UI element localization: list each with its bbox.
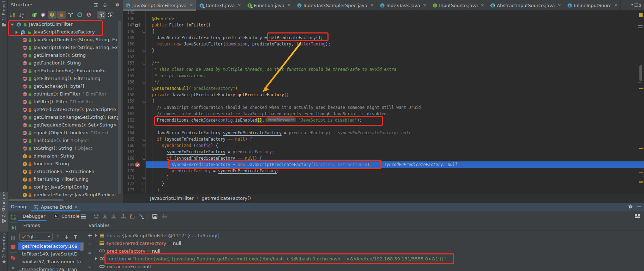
layout-settings-icon[interactable] [161, 213, 167, 219]
sidebar-item-structure[interactable]: Z: Structure [0, 192, 8, 232]
tree-item[interactable]: mgetCacheKey(): byte[] [8, 83, 125, 91]
sort-by-visibility-icon[interactable] [8, 11, 17, 19]
hide-icon[interactable] [637, 207, 641, 207]
fold-end-icon[interactable] [143, 189, 145, 191]
editor-tab[interactable]: cIndexTask.java✕ [377, 0, 429, 11]
show-properties-icon[interactable]: p [39, 11, 48, 19]
rerun-icon[interactable] [10, 214, 16, 220]
drop-frame-icon[interactable] [129, 213, 135, 219]
frame-down-icon[interactable] [64, 234, 70, 240]
fold-start-icon[interactable] [143, 100, 145, 103]
show-fields-icon[interactable]: f [48, 11, 56, 19]
run-to-cursor-icon[interactable] [139, 213, 145, 219]
fold-start-icon[interactable] [143, 157, 145, 160]
frames-variables-splitter[interactable] [84, 221, 84, 271]
editor-tab[interactable]: IInputSource.java✕ [429, 0, 487, 11]
editor-tab[interactable]: IFunction.java✕ [244, 0, 294, 11]
frames-hscrollbar[interactable] [19, 270, 38, 271]
tree-item[interactable]: moptimize(): DimFilter ↑DimFilter [8, 91, 125, 98]
sidebar-item-project[interactable]: 1: Project [0, 1, 8, 44]
step-out-icon[interactable] [120, 213, 126, 219]
tree-item[interactable]: ffilterTuning: FilterTuning [8, 176, 125, 184]
sidebar-item-favorites[interactable]: 2: Favorites [0, 233, 8, 270]
layout-icon[interactable] [634, 213, 640, 219]
fold-start-icon[interactable] [143, 144, 145, 147]
hidden-tabs-dropdown[interactable]: 3 [631, 2, 641, 8]
tree-item[interactable]: mgetDimension(): String [8, 52, 125, 60]
sort-alphabetically-icon[interactable]: az [17, 11, 26, 19]
tree-item[interactable]: mtoString(): String ↑Object [8, 145, 125, 153]
chevron-collapsed-icon[interactable] [95, 257, 97, 260]
tree-item[interactable]: mequals(Object): boolean ↑Object [8, 129, 125, 137]
close-icon[interactable]: ✕ [423, 3, 426, 8]
breadcrumb-class[interactable]: JavaScriptDimFilter [150, 196, 194, 201]
filter-icon[interactable] [72, 234, 78, 240]
tab-debugger[interactable]: Debugger [23, 211, 45, 221]
tab-console[interactable]: Console [54, 211, 80, 221]
fold-start-icon[interactable] [143, 81, 145, 84]
structure-vscrollbar[interactable] [118, 20, 121, 194]
tree-item[interactable]: mgetExtractionFn(): ExtractionFn [8, 67, 125, 75]
show-non-public-icon[interactable] [57, 11, 66, 19]
frames-scrollbar[interactable] [80, 242, 83, 251]
tree-item[interactable]: mJavaScriptDimFilter(String, String, Ex [8, 44, 125, 52]
tree-item[interactable]: fextractionFn: ExtractionFn [8, 168, 125, 176]
autoscroll-to-source-icon[interactable] [97, 11, 106, 19]
editor-tab[interactable]: cContext.java✕ [196, 0, 244, 11]
close-icon[interactable]: ✕ [370, 3, 374, 8]
editor-tab[interactable]: cAbstractInputSource.java✕ [487, 0, 564, 11]
step-into-icon[interactable] [102, 213, 108, 219]
move-watch-up-icon[interactable] [87, 250, 92, 255]
tree-item[interactable]: fdimension: String [8, 153, 125, 160]
gear-icon[interactable] [113, 1, 121, 9]
add-watch-icon[interactable] [87, 233, 92, 238]
tree-item[interactable]: mhashCode(): int ↑Object [8, 137, 125, 145]
step-over-icon[interactable] [93, 213, 99, 219]
autoscroll-from-source-icon[interactable] [107, 11, 115, 19]
close-icon[interactable]: ✕ [237, 3, 241, 8]
tree-item[interactable]: mgetDimensionRangeSet(String): Rang [8, 114, 125, 122]
variable-row[interactable]: this={JavaScriptDimFilter@11171} … toStr… [92, 232, 644, 239]
more-icon[interactable]: » [87, 265, 92, 270]
evaluate-expression-icon[interactable] [152, 213, 158, 219]
tree-item[interactable]: fconfig: JavaScriptConfig [8, 184, 125, 191]
pause-icon[interactable] [10, 235, 16, 240]
tree-item[interactable]: mJavaScriptDimFilter(String, String, Ex [8, 36, 125, 44]
close-icon[interactable]: ✕ [287, 3, 291, 8]
resume-icon[interactable] [10, 225, 16, 230]
fold-start-icon[interactable] [143, 30, 145, 33]
tree-item[interactable]: mgetFunction(): String [8, 60, 125, 67]
inspection-status-icon[interactable] [639, 13, 643, 17]
force-step-into-icon[interactable] [111, 213, 117, 219]
more-icon[interactable]: » [10, 265, 16, 271]
editor-tab[interactable]: cJavaScriptDimFilter.java✕ [123, 0, 196, 11]
close-icon[interactable]: ✕ [74, 205, 78, 210]
frame-row[interactable]: getPredicateFactory:169 [18, 242, 84, 250]
frame-row[interactable]: toFilter:149, JavaScriptD [18, 250, 84, 258]
editor-tab[interactable]: cInlineInputSourc✕ [564, 0, 621, 11]
group-methods-icon[interactable] [66, 11, 75, 19]
tree-item[interactable]: mgetRequiredColumns(): Set<String> ↑ [8, 122, 125, 129]
tree-item[interactable]: fpredicateFactory: JavaScriptPredicat [8, 191, 125, 199]
tree-item[interactable]: mtoFilter(): Filter ↑DimFilter [8, 98, 125, 106]
fold-end-icon[interactable] [143, 176, 145, 179]
close-icon[interactable]: ✕ [189, 3, 193, 8]
show-anonymous-icon[interactable] [76, 11, 84, 19]
editor-scrollbar-thumb[interactable] [639, 65, 642, 81]
close-icon[interactable]: ✕ [614, 3, 618, 8]
editor-tab[interactable]: cIndexTaskSamplerSpec.java✕ [294, 0, 377, 11]
gear-icon[interactable] [628, 204, 633, 209]
breadcrumb-method[interactable]: getPredicateFactory() [201, 196, 251, 201]
frame-row[interactable]: <init>:57, Transformer (o [18, 258, 84, 266]
structure-hscrollbar[interactable] [8, 199, 64, 201]
view-breakpoints-icon[interactable] [10, 255, 16, 261]
close-icon[interactable]: ✕ [558, 3, 561, 8]
fold-end-icon[interactable] [143, 182, 145, 185]
remove-watch-icon[interactable] [87, 241, 92, 246]
fold-start-icon[interactable] [143, 138, 145, 141]
tree-item[interactable]: ffunction: String [8, 160, 125, 168]
debug-session-tab[interactable]: Apache Druid ✕ [31, 203, 80, 211]
show-lambdas-icon[interactable]: λ [85, 11, 93, 19]
stop-icon[interactable] [10, 244, 16, 250]
tree-item[interactable]: mgetPredicateFactory(): JavaScriptPre [8, 106, 125, 114]
